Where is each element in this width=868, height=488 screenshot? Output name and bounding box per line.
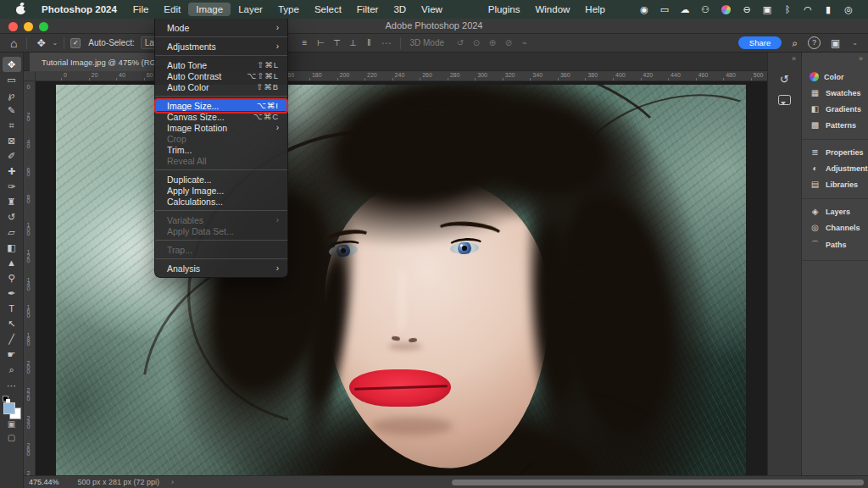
distribute-vertical-icon[interactable]: ‖ [362, 38, 376, 47]
menubar-item-image[interactable]: Image [188, 3, 231, 16]
screen-record-icon[interactable]: ◉ [635, 4, 654, 15]
move-tool-preset-icon[interactable]: ✥ [31, 37, 50, 49]
foreground-color-swatch[interactable] [3, 402, 15, 414]
menubar-item-filter[interactable]: Filter [349, 3, 387, 16]
menubar-item-type[interactable]: Type [270, 3, 307, 16]
panel-tab-libraries[interactable]: ▤Libraries [802, 176, 868, 192]
submenu-arrow-icon: › [276, 263, 279, 273]
panel-tab-gradients[interactable]: ◧Gradients [802, 101, 868, 117]
photos-icon[interactable]: ▣ [758, 4, 776, 15]
bluetooth-icon[interactable]: ᛒ [778, 4, 797, 14]
edit-toolbar-icon[interactable]: ⋯ [7, 380, 16, 391]
comments-icon[interactable] [778, 95, 791, 105]
search-icon[interactable]: ⌕ [787, 37, 803, 49]
help-icon[interactable]: ? [808, 36, 821, 49]
panel-tab-swatches[interactable]: ▦Swatches [802, 85, 868, 101]
collapse-panels-icon[interactable]: » [854, 53, 868, 64]
battery-icon[interactable]: ▮ [819, 4, 837, 15]
panel-tab-properties[interactable]: ≣Properties [802, 144, 868, 160]
menubar-item-plugins[interactable]: Plugins [481, 3, 528, 16]
panel-tab-paths[interactable]: ⌒Paths [802, 236, 868, 254]
align-bottom-edges-icon[interactable]: ⊥ [346, 38, 359, 47]
menubar-item-view[interactable]: View [414, 3, 450, 16]
pinwheel-icon[interactable] [721, 5, 731, 14]
healing-brush-tool[interactable]: ✚ [3, 164, 21, 179]
menu-item-duplicate[interactable]: Duplicate... [155, 174, 287, 185]
align-horizontal-centers-icon[interactable]: ⊢ [314, 38, 327, 47]
ruler-tick-v: 0 [25, 84, 31, 88]
control-center-icon[interactable]: ◎ [839, 4, 858, 15]
history-brush-tool[interactable]: ↺ [3, 209, 21, 225]
menu-separator [155, 258, 287, 259]
network-icon[interactable]: ⚇ [696, 4, 715, 15]
menu-item-image-size[interactable]: Image Size...⌥⌘I [155, 100, 287, 111]
panel-tab-patterns[interactable]: ▩Patterns [802, 117, 868, 133]
gradient-tool[interactable]: ◧ [3, 240, 21, 255]
pen-tool[interactable]: ✒ [3, 286, 21, 301]
align-left-edges-icon[interactable]: ≡ [298, 38, 311, 47]
horizontal-ruler[interactable]: 0204060801001201401601802002202402602803… [36, 71, 767, 81]
menu-item-auto-tone[interactable]: Auto Tone⇧⌘L [155, 59, 287, 70]
share-button[interactable]: Share [738, 36, 782, 49]
brush-tool[interactable]: ✑ [3, 179, 21, 194]
wifi-icon[interactable]: ◠ [798, 4, 817, 15]
crop-tool[interactable]: ⌗ [3, 118, 21, 133]
display-icon[interactable]: ▭ [655, 4, 674, 15]
hand-tool[interactable]: ☛ [3, 347, 21, 362]
menu-item-analysis[interactable]: Analysis› [155, 263, 287, 274]
menu-item-calculations[interactable]: Calculations... [155, 196, 287, 207]
align-top-edges-icon[interactable]: ⊤ [330, 38, 343, 47]
menu-item-auto-color[interactable]: Auto Color⇧⌘B [155, 81, 287, 92]
horizontal-scrollbar[interactable] [452, 480, 864, 485]
do-not-disturb-icon[interactable]: ⊖ [737, 4, 756, 15]
eyedropper-tool[interactable]: ✐ [3, 148, 21, 164]
lasso-tool[interactable]: ℘ [3, 87, 21, 103]
zoom-tool[interactable]: ⌕ [3, 362, 21, 377]
frame-tool[interactable]: ⊠ [3, 133, 21, 148]
vertical-ruler[interactable]: 020406080100120140160180200220240260280 [24, 81, 36, 475]
menu-item-trim[interactable]: Trim... [155, 144, 287, 155]
clone-stamp-tool[interactable]: ♜ [3, 194, 21, 209]
screen-mode-icon[interactable]: ▢ [3, 431, 21, 445]
collapse-panels-icon[interactable]: » [787, 53, 801, 64]
menu-item-apply-image[interactable]: Apply Image... [155, 185, 287, 196]
auto-select-label: Auto-Select: [88, 38, 134, 47]
panel-tab-channels[interactable]: ◎Channels [802, 219, 868, 236]
quick-selection-tool[interactable]: ✎ [3, 103, 21, 118]
menubar-app-name[interactable]: Photoshop 2024 [33, 3, 125, 16]
marquee-tool[interactable]: ▭ [3, 72, 21, 87]
ruler-tick-h: 200 [340, 72, 350, 78]
panel-tab-layers[interactable]: ◈Layers [802, 203, 868, 219]
zoom-level-field[interactable]: 475.44% [29, 478, 59, 486]
eraser-tool[interactable]: ▱ [3, 225, 21, 240]
home-icon[interactable]: ⌂ [5, 36, 22, 50]
type-tool[interactable]: T [3, 301, 21, 316]
blur-tool[interactable]: ▲ [3, 255, 21, 270]
apple-menu-icon[interactable] [15, 3, 26, 15]
workspace-switcher-icon[interactable]: ▣ [826, 37, 845, 49]
menu-item-mode[interactable]: Mode› [155, 22, 287, 33]
menubar-item-file[interactable]: File [125, 3, 157, 16]
panel-tab-color[interactable]: Color [802, 69, 868, 85]
menubar-item-select[interactable]: Select [307, 3, 349, 16]
cloud-icon[interactable]: ☁ [676, 4, 694, 15]
menubar-item-help[interactable]: Help [577, 3, 613, 16]
path-selection-tool[interactable]: ↖ [3, 316, 21, 331]
menubar-item-layer[interactable]: Layer [231, 3, 270, 16]
quick-mask-icon[interactable]: ▣ [3, 418, 21, 431]
menubar-item-window[interactable]: Window [527, 3, 577, 16]
more-options-icon[interactable]: ⋯ [376, 37, 396, 49]
menu-item-auto-contrast[interactable]: Auto Contrast⌥⇧⌘L [155, 70, 287, 81]
panel-tab-adjustments[interactable]: ◐Adjustments [802, 160, 868, 176]
move-tool[interactable]: ✥ [3, 57, 21, 72]
dodge-tool[interactable]: ⚲ [3, 270, 21, 286]
shape-tool[interactable]: ╱ [3, 331, 21, 347]
menubar-item-edit[interactable]: Edit [156, 3, 188, 16]
menu-item-image-rotation[interactable]: Image Rotation› [155, 122, 287, 133]
menu-item-adjustments[interactable]: Adjustments› [155, 41, 287, 52]
auto-select-checkbox[interactable]: ✓ [70, 38, 81, 48]
color-picker-widget[interactable] [3, 396, 21, 418]
menubar-item-3d[interactable]: 3D [386, 3, 414, 16]
history-icon[interactable]: ↺ [776, 71, 794, 88]
status-options-chevron[interactable]: › [171, 478, 174, 486]
